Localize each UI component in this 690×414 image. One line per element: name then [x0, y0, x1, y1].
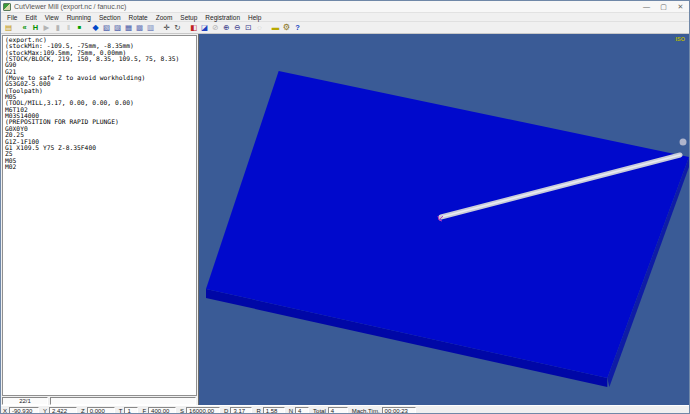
status-value: 1 — [124, 407, 138, 414]
measure-icon[interactable]: ▬ — [270, 22, 281, 33]
editor-indicator-row: 22/1 — [1, 396, 198, 405]
menu-setup[interactable]: Setup — [176, 14, 201, 21]
status-label: Mach.Tim. — [352, 408, 380, 414]
status-label: D — [224, 408, 228, 414]
status-label: R — [256, 408, 260, 414]
title-bar: CutViewer Mill (export.nc / fanuc.nc) — … — [1, 1, 689, 13]
toolbar: ▤ « H ▶ ▮ ‖ ■ ◆ ▧ ▨ ▦ ▩ ▥ ✛ ↻ ◧ ◪ ⊘ ⊕ ⊖ … — [1, 22, 689, 34]
help-icon[interactable]: ? — [292, 22, 303, 33]
cutviewer-window: { "window": { "title": "CutViewer Mill (… — [0, 0, 690, 414]
menu-view[interactable]: View — [41, 14, 63, 21]
tool-sphere — [680, 139, 687, 146]
status-label: T — [119, 408, 123, 414]
app-icon — [3, 3, 11, 11]
status-field-machtime: Mach.Tim. 00:00:23 — [352, 407, 416, 414]
window-controls: — ▢ ✕ — [638, 1, 689, 12]
status-field-t: T 1 — [119, 407, 139, 414]
status-label: Total — [313, 408, 326, 414]
status-value: 2.422 — [49, 407, 77, 414]
status-field-y: Y 2.422 — [43, 407, 77, 414]
open-file-icon[interactable]: ▤ — [3, 22, 14, 33]
view-3d-icon[interactable]: ◆ — [90, 22, 101, 33]
stop-icon[interactable]: ■ — [74, 22, 85, 33]
viewport-3d[interactable]: ISO — [198, 34, 689, 405]
status-field-s: S 16000.00 — [180, 407, 220, 414]
gcode-editor[interactable]: (export.nc) (stockMin: -109.5, -75mm, -8… — [2, 35, 197, 396]
step-forward-icon[interactable]: ▮ — [52, 22, 63, 33]
window-title: CutViewer Mill (export.nc / fanuc.nc) — [14, 3, 126, 10]
status-value: 00:00:23 — [382, 407, 416, 414]
status-label: N — [289, 408, 293, 414]
status-label: F — [142, 408, 146, 414]
rotate-icon[interactable]: ↻ — [172, 22, 183, 33]
status-field-f: F 400.00 — [142, 407, 176, 414]
menu-registration[interactable]: Registration — [201, 14, 244, 21]
zoom-in-icon[interactable]: ⊕ — [221, 22, 232, 33]
view-orientation-label: ISO — [676, 36, 685, 42]
maximize-button[interactable]: ▢ — [655, 1, 672, 12]
status-value: -90.930 — [9, 407, 39, 414]
status-value: 1.58 — [263, 407, 285, 414]
status-value: 0.000 — [87, 407, 115, 414]
rewind-icon[interactable]: « — [19, 22, 30, 33]
pause-icon[interactable]: ‖ — [63, 22, 74, 33]
view-side-icon[interactable]: ▩ — [134, 22, 145, 33]
close-button[interactable]: ✕ — [672, 1, 689, 12]
status-field-r: R 1.58 — [256, 407, 284, 414]
menu-section[interactable]: Section — [95, 14, 125, 21]
gcode-panel: (export.nc) (stockMin: -109.5, -75mm, -8… — [1, 34, 198, 405]
pan-icon[interactable]: ✛ — [161, 22, 172, 33]
status-field-z: Z 0.000 — [81, 407, 115, 414]
menu-bar: File Edit View Running Section Rotate Zo… — [1, 13, 689, 22]
status-label: Z — [81, 408, 85, 414]
cursor-position-indicator: 22/1 — [2, 397, 48, 405]
status-bar: X -90.930 Y 2.422 Z 0.000 T 1 F 400.00 S… — [1, 405, 689, 414]
tool-setup-icon[interactable]: ⚙ — [281, 22, 292, 33]
menu-running[interactable]: Running — [63, 14, 95, 21]
view-iso-icon[interactable]: ▧ — [101, 22, 112, 33]
status-label: S — [180, 408, 184, 414]
scene-3d — [199, 34, 689, 405]
menu-edit[interactable]: Edit — [21, 14, 40, 21]
status-field-d: D 3.17 — [224, 407, 252, 414]
section-x-icon[interactable]: ◧ — [188, 22, 199, 33]
home-icon[interactable]: H — [30, 22, 41, 33]
status-field-n: N 4 — [289, 407, 309, 414]
zoom-window-icon[interactable]: ⊡ — [243, 22, 254, 33]
menu-help[interactable]: Help — [244, 14, 265, 21]
main-area: (export.nc) (stockMin: -109.5, -75mm, -8… — [1, 34, 689, 405]
status-label: X — [3, 408, 7, 414]
view-back-icon[interactable]: ▥ — [145, 22, 156, 33]
status-value: 400.00 — [148, 407, 176, 414]
play-icon[interactable]: ▶ — [41, 22, 52, 33]
status-label: Y — [43, 408, 47, 414]
status-value: 3.17 — [230, 407, 252, 414]
menu-file[interactable]: File — [3, 14, 21, 21]
view-front-icon[interactable]: ▦ — [123, 22, 134, 33]
zoom-out-icon[interactable]: ⊖ — [232, 22, 243, 33]
status-field-x: X -90.930 — [3, 407, 39, 414]
zoom-fit-icon[interactable]: ◌ — [254, 22, 265, 33]
status-value: 16000.00 — [186, 407, 220, 414]
zoom-previous-icon[interactable]: ⊘ — [210, 22, 221, 33]
minimize-button[interactable]: — — [638, 1, 655, 12]
view-top-icon[interactable]: ▨ — [112, 22, 123, 33]
menu-zoom[interactable]: Zoom — [152, 14, 177, 21]
status-field-total: Total 4 — [313, 407, 348, 414]
gcode-text[interactable]: (export.nc) (stockMin: -109.5, -75mm, -8… — [5, 37, 194, 170]
status-value: 4 — [328, 407, 348, 414]
section-y-icon[interactable]: ◪ — [199, 22, 210, 33]
status-value: 4 — [295, 407, 309, 414]
editor-status-box — [50, 397, 196, 405]
menu-rotate[interactable]: Rotate — [125, 14, 152, 21]
